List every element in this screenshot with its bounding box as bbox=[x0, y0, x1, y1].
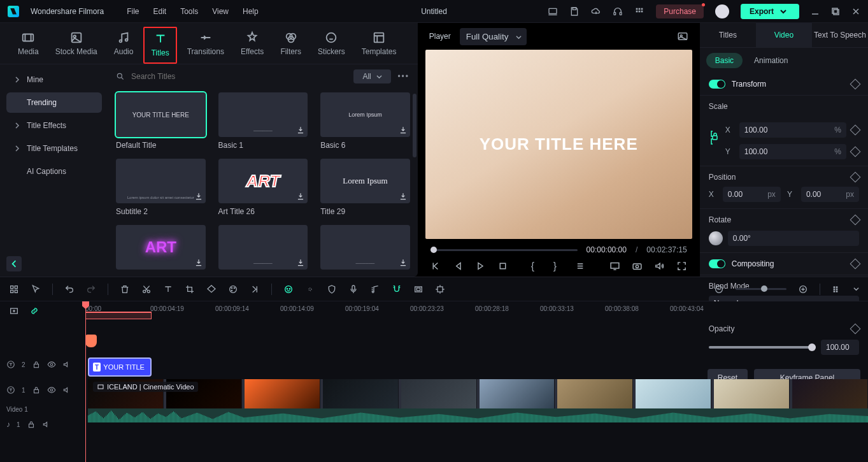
title-thumbnail[interactable]: Lorem Ipsum bbox=[320, 92, 410, 137]
fullscreen-icon[interactable] bbox=[676, 261, 687, 271]
sidebar-item-ai-captions[interactable]: AI Captions bbox=[6, 161, 102, 182]
rotate-dial[interactable] bbox=[709, 231, 723, 245]
audio-waveform[interactable] bbox=[88, 408, 868, 422]
lock-icon[interactable] bbox=[32, 386, 41, 394]
title-clip[interactable]: TYOUR TITLE ... bbox=[88, 357, 152, 377]
keyframe-icon[interactable] bbox=[850, 172, 861, 183]
subtab-basic[interactable]: Basic bbox=[706, 53, 743, 68]
tab-templates[interactable]: Templates bbox=[355, 27, 403, 64]
purchase-button[interactable]: Purchase bbox=[656, 4, 704, 18]
filter-dropdown[interactable]: All bbox=[353, 69, 390, 83]
camera-icon[interactable] bbox=[632, 261, 643, 271]
frame-icon[interactable] bbox=[413, 284, 423, 294]
track-head-title2[interactable]: 2 bbox=[0, 354, 85, 375]
window-maximize-icon[interactable] bbox=[831, 7, 840, 16]
chevron-down-icon[interactable] bbox=[853, 286, 859, 292]
prev-frame-icon[interactable] bbox=[430, 261, 441, 271]
keyframe-icon[interactable] bbox=[850, 259, 861, 270]
selection-region[interactable] bbox=[85, 312, 152, 319]
sidebar-item-mine[interactable]: Mine bbox=[6, 69, 102, 90]
download-icon[interactable] bbox=[194, 258, 203, 267]
text-icon[interactable] bbox=[163, 284, 173, 294]
tab-transitions[interactable]: Transitions bbox=[181, 27, 231, 64]
save-icon[interactable] bbox=[569, 6, 580, 17]
video-clip[interactable]: ICELAND | Cinematic Video bbox=[88, 379, 868, 408]
download-icon[interactable] bbox=[194, 192, 203, 201]
palette-icon[interactable] bbox=[228, 284, 238, 294]
mute-icon[interactable] bbox=[42, 420, 51, 429]
keyframe-icon[interactable] bbox=[850, 215, 861, 226]
menu-edit[interactable]: Edit bbox=[153, 7, 167, 16]
download-icon[interactable] bbox=[399, 192, 408, 201]
redo-icon[interactable] bbox=[86, 284, 96, 294]
title-thumbnail[interactable]: ART bbox=[116, 225, 206, 270]
mark-out-icon[interactable]: } bbox=[553, 261, 564, 271]
download-icon[interactable] bbox=[296, 126, 305, 134]
zoom-slider[interactable] bbox=[736, 288, 786, 290]
mic-icon[interactable] bbox=[348, 284, 359, 294]
play-reverse-icon[interactable] bbox=[453, 261, 464, 271]
music-list-icon[interactable] bbox=[370, 284, 380, 294]
lock-icon[interactable] bbox=[27, 420, 36, 429]
search-input[interactable] bbox=[131, 72, 347, 81]
tab-audio[interactable]: Audio bbox=[108, 27, 140, 64]
inspector-tab-titles[interactable]: Titles bbox=[700, 23, 756, 47]
apps-icon[interactable] bbox=[634, 6, 644, 17]
download-icon[interactable] bbox=[399, 258, 408, 267]
inspector-tab-tts[interactable]: Text To Speech bbox=[812, 23, 868, 47]
scale-y-input[interactable]: 100.00% bbox=[739, 144, 846, 159]
stop-icon[interactable] bbox=[497, 261, 508, 271]
track-head-audio1[interactable]: ♪1 bbox=[0, 414, 85, 435]
title-thumbnail[interactable]: ────── bbox=[218, 225, 308, 270]
title-thumbnail[interactable]: YOUR TITLE HERE bbox=[116, 92, 206, 137]
ai-icon[interactable] bbox=[283, 284, 294, 294]
sidebar-item-title-effects[interactable]: Title Effects bbox=[6, 115, 102, 136]
user-avatar[interactable] bbox=[715, 4, 729, 18]
more-tools-icon[interactable] bbox=[250, 284, 260, 294]
menu-file[interactable]: File bbox=[127, 7, 139, 16]
transform-toggle[interactable] bbox=[709, 80, 725, 89]
track-head-video1[interactable]: 1 bbox=[0, 375, 85, 405]
title-thumbnail[interactable]: ART bbox=[218, 159, 308, 203]
sidebar-item-title-templates[interactable]: Title Templates bbox=[6, 138, 102, 159]
zoom-in-icon[interactable] bbox=[798, 284, 808, 294]
mute-icon[interactable] bbox=[62, 360, 71, 369]
keyframe-icon[interactable] bbox=[850, 147, 861, 157]
position-x-input[interactable]: 0.00px bbox=[723, 187, 781, 202]
subtab-animation[interactable]: Animation bbox=[745, 53, 797, 68]
eye-icon[interactable] bbox=[47, 386, 56, 394]
tab-stock-media[interactable]: Stock Media bbox=[49, 27, 104, 64]
link-icon[interactable] bbox=[29, 306, 39, 316]
more-button[interactable]: ••• bbox=[397, 72, 410, 81]
scrollbar[interactable] bbox=[413, 94, 416, 157]
menu-tools[interactable]: Tools bbox=[180, 7, 198, 16]
mark-in-icon[interactable]: { bbox=[531, 261, 542, 271]
cursor-icon[interactable] bbox=[31, 284, 41, 294]
marker-add-icon[interactable] bbox=[435, 284, 445, 294]
play-icon[interactable] bbox=[475, 261, 486, 271]
preview-canvas[interactable]: YOUR TITLE HERE bbox=[425, 50, 692, 239]
keyframe-icon[interactable] bbox=[850, 125, 861, 136]
timeline-marker[interactable] bbox=[85, 335, 97, 347]
crop-icon[interactable] bbox=[185, 284, 195, 294]
cloud-icon[interactable] bbox=[591, 6, 601, 17]
export-button[interactable]: Export bbox=[741, 4, 799, 19]
tab-effects[interactable]: Effects bbox=[234, 27, 270, 64]
menu-view[interactable]: View bbox=[212, 7, 229, 16]
shield-icon[interactable] bbox=[327, 284, 337, 294]
sidebar-collapse-button[interactable] bbox=[6, 256, 22, 271]
download-icon[interactable] bbox=[296, 258, 305, 267]
display-icon[interactable] bbox=[609, 261, 620, 271]
eye-icon[interactable] bbox=[47, 360, 56, 369]
lock-icon[interactable] bbox=[32, 360, 41, 369]
view-options-icon[interactable] bbox=[832, 284, 842, 294]
list-icon[interactable] bbox=[576, 261, 587, 271]
rotate-input[interactable]: 0.00° bbox=[728, 231, 859, 246]
position-y-input[interactable]: 0.00px bbox=[801, 187, 859, 202]
menu-help[interactable]: Help bbox=[243, 7, 259, 16]
trash-icon[interactable] bbox=[120, 284, 130, 294]
title-thumbnail[interactable]: Lorem Ipsum bbox=[320, 159, 410, 203]
sparkle-icon[interactable] bbox=[305, 284, 315, 294]
download-icon[interactable] bbox=[296, 192, 305, 201]
title-thumbnail[interactable]: Lorem ipsum dolor sit amet consectetur bbox=[116, 159, 206, 203]
